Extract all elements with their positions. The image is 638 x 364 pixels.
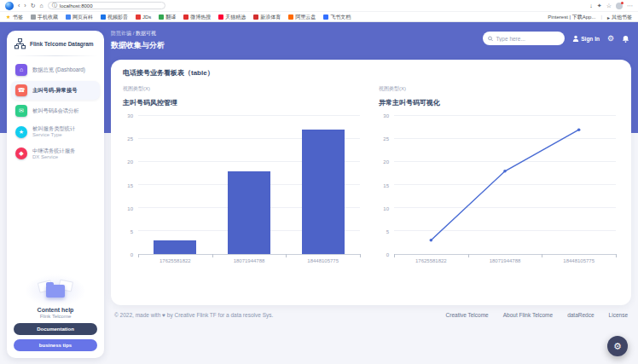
bookmark-favicon-icon bbox=[31, 14, 36, 20]
sign-in-button[interactable]: Sign In bbox=[572, 35, 600, 42]
bookmark-label: JDs bbox=[142, 14, 151, 20]
settings-gear-icon[interactable]: ⚙ bbox=[607, 34, 614, 43]
notifications-bell-icon[interactable] bbox=[622, 35, 629, 43]
brand-logo-icon bbox=[14, 38, 26, 49]
x-tick-mark bbox=[394, 254, 395, 257]
bookmark-favicon-icon bbox=[323, 14, 328, 20]
bookmark-favicon-icon bbox=[218, 14, 223, 20]
x-tick-mark bbox=[542, 254, 542, 257]
bookmark-item[interactable]: 飞书文档 bbox=[323, 14, 351, 21]
home-icon[interactable]: ⌂ bbox=[40, 3, 44, 9]
brand-name: Flink Telcome Datagram bbox=[30, 41, 94, 48]
y-axis: 051015202530 bbox=[123, 116, 136, 255]
bookmark-label: 微博热搜 bbox=[190, 14, 211, 21]
sidebar-item-label: 数据总览 (Dashboard) bbox=[32, 66, 85, 73]
y-axis: 051015202530 bbox=[379, 116, 392, 255]
bookmark-star-icon[interactable]: ☆ bbox=[606, 3, 612, 9]
folder-icon: ▸ bbox=[607, 14, 610, 20]
sidebar-item-dx-service[interactable]: ◆中继话务统计服务DX Service bbox=[11, 144, 100, 165]
breadcrumb-root[interactable]: 防范诈骗 bbox=[111, 31, 131, 36]
site-info-icon[interactable]: ⓘ bbox=[52, 2, 57, 9]
sidebar-item-caller-number[interactable]: ☎主叫号码-异常接号 bbox=[11, 81, 100, 100]
y-axis-label: 5 bbox=[130, 229, 133, 234]
bookmark-item[interactable]: 阿里云盘 bbox=[288, 14, 316, 21]
x-axis-label: 18071944788 bbox=[468, 258, 542, 267]
chart-columns: 视图类型(X) 主叫号码风控管理 05101520253017625581822… bbox=[123, 85, 619, 267]
topbar: 防范诈骗 / 数据可视 数据收集与分析 bbox=[111, 22, 631, 60]
footer-link[interactable]: License bbox=[609, 312, 628, 318]
main-area: 防范诈骗 / 数据可视 数据收集与分析 bbox=[111, 22, 631, 364]
y-axis-label: 20 bbox=[127, 159, 133, 165]
sidebar-item-text: 数据总览 (Dashboard) bbox=[32, 66, 85, 73]
dx-service-icon: ◆ bbox=[15, 147, 27, 159]
bookmark-item[interactable]: 翻译 bbox=[159, 14, 176, 21]
bookmark-favicon-icon bbox=[101, 14, 106, 20]
person-icon bbox=[572, 35, 579, 42]
menu-dots-icon[interactable]: ⋯ bbox=[627, 3, 633, 9]
sidebar-item-callee-analysis[interactable]: ✉被叫号码&会话分析 bbox=[11, 101, 100, 120]
gear-icon: ⚙ bbox=[613, 341, 622, 352]
brand[interactable]: Flink Telcome Datagram bbox=[7, 31, 104, 55]
y-axis-label: 15 bbox=[127, 183, 133, 188]
y-axis-label: 25 bbox=[127, 136, 133, 142]
bookmark-item[interactable]: 天猫精选 bbox=[218, 14, 246, 21]
sidebar-item-dashboard[interactable]: ⌂数据总览 (Dashboard) bbox=[11, 61, 100, 79]
data-point bbox=[577, 128, 581, 131]
footer-link[interactable]: Creative Telcome bbox=[446, 312, 489, 318]
sidebar-item-service-type[interactable]: ★被叫服务类型统计Service Type bbox=[11, 122, 100, 142]
reload-icon[interactable]: ↻ bbox=[31, 3, 36, 9]
bookmark-item[interactable]: ★书签 bbox=[6, 14, 23, 21]
sidebar-item-text: 被叫服务类型统计Service Type bbox=[32, 125, 75, 139]
bookmark-item[interactable]: 新浪体育 bbox=[253, 14, 281, 21]
search-input[interactable] bbox=[496, 36, 560, 42]
line-chart: 0510152025301762558182218071944788184481… bbox=[379, 109, 619, 267]
topbar-actions: Sign In ⚙ bbox=[483, 32, 629, 45]
x-tick-mark bbox=[468, 254, 469, 257]
x-axis-label: 18448105775 bbox=[286, 258, 360, 267]
bookmark-label: 新浪体育 bbox=[260, 14, 281, 21]
bookmark-item[interactable]: 网页百科 bbox=[66, 14, 93, 21]
bookmarks-divider: | bbox=[600, 14, 602, 20]
url-bar[interactable]: ⓘ localhost:8000 bbox=[48, 2, 165, 9]
caller-number-icon: ☎ bbox=[15, 84, 27, 96]
bookmark-label: 手机收藏 bbox=[38, 14, 58, 21]
line-chart-panel: 视图类型(X) 异常主叫号码可视化 0510152025301762558182… bbox=[379, 85, 619, 267]
bookmark-label: 天猫精选 bbox=[225, 14, 246, 21]
back-icon[interactable]: ‹ bbox=[18, 3, 20, 9]
documentation-button[interactable]: Documentation bbox=[14, 323, 97, 335]
sidebar-divider bbox=[14, 55, 97, 56]
chart-title: 主叫号码风控管理 bbox=[123, 98, 363, 107]
bookmark-item[interactable]: JDs bbox=[136, 14, 151, 20]
business-tips-button[interactable]: business tips bbox=[14, 339, 97, 351]
other-bookmarks[interactable]: ▸ 其他书签 bbox=[607, 14, 632, 21]
footer-link[interactable]: About Flink Telcome bbox=[503, 312, 553, 318]
sidebar-item-label: 被叫服务类型统计 bbox=[32, 125, 75, 132]
folder-illustration-icon bbox=[46, 285, 65, 298]
pinterest-bookmark[interactable]: Pinterest | 下载App... bbox=[548, 14, 595, 21]
content-card: 电话接号业务看板表（table） 视图类型(X) 主叫号码风控管理 051015… bbox=[111, 60, 631, 305]
settings-fab[interactable]: ⚙ bbox=[607, 336, 628, 356]
other-bookmarks-label: 其他书签 bbox=[612, 14, 632, 21]
bar-chart: 0510152025301762558182218071944788184481… bbox=[123, 109, 363, 267]
x-axis-label: 18448105775 bbox=[542, 258, 616, 267]
data-point bbox=[430, 239, 433, 242]
forward-icon[interactable]: › bbox=[24, 3, 26, 9]
plot-area bbox=[138, 116, 360, 255]
extensions-icon[interactable]: ✦ bbox=[597, 3, 602, 9]
bell-icon bbox=[622, 35, 629, 43]
bookmark-item[interactable]: 微博热搜 bbox=[183, 14, 211, 21]
bookmark-item[interactable]: 视频影音 bbox=[101, 14, 128, 21]
download-icon[interactable]: ↓ bbox=[589, 3, 593, 9]
y-axis-label: 30 bbox=[383, 113, 389, 118]
bookmark-favicon-icon bbox=[136, 14, 141, 20]
sidebar-item-label: 中继话务统计服务 bbox=[32, 147, 75, 154]
search-box[interactable] bbox=[483, 32, 565, 45]
browser-logo-icon bbox=[5, 2, 14, 10]
view-type-label: 视图类型(X) bbox=[123, 85, 363, 93]
help-title: Content help bbox=[14, 307, 97, 313]
bookmark-item[interactable]: 手机收藏 bbox=[31, 14, 58, 21]
help-illustration bbox=[37, 278, 74, 303]
footer-link[interactable]: dataRedce bbox=[567, 312, 594, 318]
profile-avatar[interactable] bbox=[616, 3, 623, 9]
bookmark-favicon-icon: ★ bbox=[6, 14, 11, 20]
